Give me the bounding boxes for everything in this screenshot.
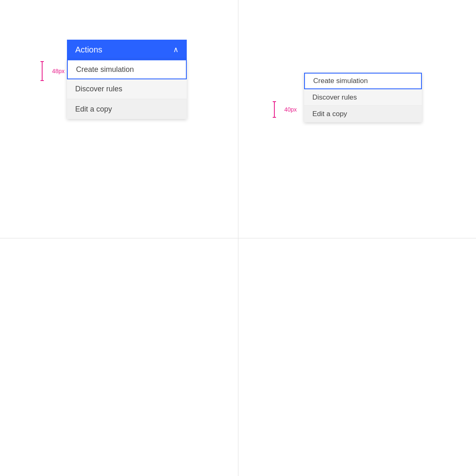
item-label: Edit a copy (75, 105, 112, 114)
meas-line (274, 101, 275, 118)
measurement-label-q2: 40px (284, 106, 297, 113)
item-label: Discover rules (75, 85, 122, 93)
dropdown-q2: Create simulation Discover rules Edit a … (304, 73, 422, 122)
measurement-q1: 48px (34, 61, 64, 81)
meas-line (42, 61, 43, 81)
tick-bottom (40, 80, 44, 81)
menu-item-q2-0[interactable]: Create simulation (304, 73, 422, 89)
item-label: Create simulation (76, 65, 134, 74)
item-label: Create simulation (313, 77, 368, 85)
header-label-q1: Actions (75, 45, 102, 55)
menu-item-q2-1[interactable]: Discover rules (304, 89, 422, 106)
quadrant-3: 32px Create simulation Discover rules Ed… (0, 238, 238, 476)
quadrant-2: 40px Create simulation Discover rules Ed… (238, 0, 476, 238)
tick-bottom (273, 117, 276, 118)
dropdown-q1: Actions ∧ Create simulation Discover rul… (67, 40, 187, 119)
menu-item-q1-1[interactable]: Discover rules (67, 79, 187, 99)
measurement-q2: 40px (266, 101, 297, 118)
dropdown-header-q1[interactable]: Actions ∧ (67, 40, 187, 60)
menu-item-q1-0[interactable]: Create simulation (67, 60, 187, 79)
item-label: Edit a copy (312, 110, 347, 118)
quadrant-4: 24px Create simulation Discover rules Ed… (238, 238, 476, 476)
quadrant-1: 48px Actions ∧ Create simulation Discove… (0, 0, 238, 238)
item-label: Discover rules (312, 93, 357, 102)
menu-item-q1-2[interactable]: Edit a copy (67, 99, 187, 119)
measurement-label-q1: 48px (52, 68, 64, 74)
menu-item-q2-2[interactable]: Edit a copy (304, 106, 422, 122)
chevron-icon-q1: ∧ (173, 45, 178, 54)
